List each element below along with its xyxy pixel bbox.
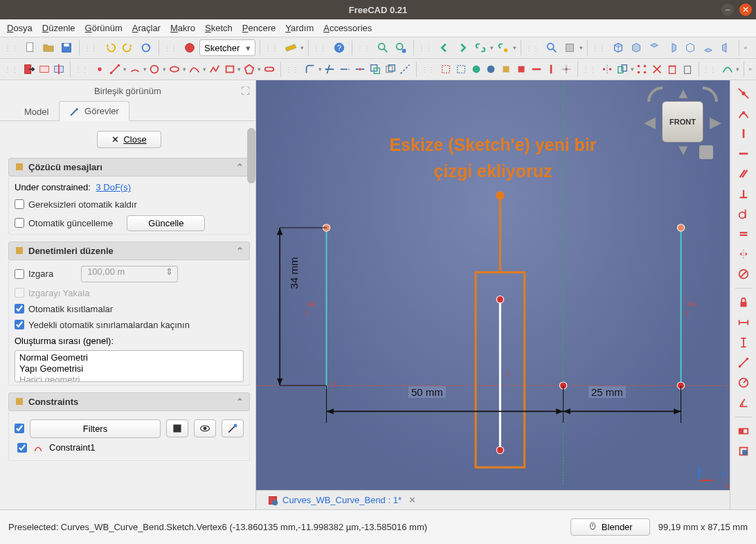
solver-section-header[interactable]: Çözücü mesajları ⌃ [8, 158, 250, 176]
clone-icon[interactable] [615, 61, 629, 78]
delete-constraints-icon[interactable] [665, 61, 679, 78]
filters-settings-icon[interactable] [166, 419, 188, 437]
parallel-constraint-icon[interactable] [735, 165, 753, 183]
left-view-icon[interactable] [718, 39, 735, 56]
remove-align-icon[interactable] [650, 61, 664, 78]
menu-file[interactable]: Dosya [7, 23, 33, 33]
link-select-icon[interactable] [495, 39, 512, 56]
arc-icon[interactable] [128, 61, 142, 78]
auto-remove-checkbox[interactable]: Gereksizleri otomatik kaldır [15, 199, 244, 210]
auto-constraint-icon[interactable] [222, 419, 244, 437]
edit-controls-section-header[interactable]: Denetimleri düzenle ⌃ [8, 242, 250, 260]
menu-macro[interactable]: Makro [170, 23, 195, 33]
redo-icon[interactable] [120, 39, 136, 56]
polyline-icon[interactable] [208, 61, 222, 78]
top-view-icon[interactable] [646, 39, 663, 56]
auto-update-checkbox[interactable]: Otomatik güncelleme [15, 218, 113, 228]
visibility-icon[interactable] [194, 419, 216, 437]
external-icon[interactable] [368, 61, 382, 78]
close-button[interactable]: ✕ Close [97, 131, 161, 148]
trim-icon[interactable] [323, 61, 337, 78]
expand-icon[interactable]: ⛶ [241, 86, 250, 96]
view-sketch-icon[interactable] [37, 61, 51, 78]
construction-icon[interactable] [399, 61, 413, 78]
equal-constraint-icon[interactable] [735, 225, 753, 243]
avoid-redundant-checkbox[interactable]: Yedekli otomatik sınırlamalardan kaçının [15, 320, 244, 330]
close-tab-icon[interactable]: ✕ [408, 495, 416, 505]
zoom-all-icon[interactable] [543, 39, 560, 56]
render-order-list[interactable]: Normal Geometri Yapı Geometrisi Harici g… [15, 350, 244, 382]
menu-help[interactable]: Yardım [285, 23, 314, 33]
auto-constraints-checkbox[interactable]: Otomatik kısıtlamalar [15, 304, 244, 314]
coincident-constraint-icon[interactable] [735, 84, 753, 102]
tab-model[interactable]: Model [14, 102, 59, 121]
filters-button[interactable]: Filters [30, 419, 161, 438]
tangent-constraint-icon[interactable] [735, 205, 753, 223]
menu-view[interactable]: Görünüm [85, 23, 123, 33]
grid-checkbox[interactable]: Izgara [15, 269, 53, 279]
view-section-icon[interactable] [53, 61, 66, 78]
select-elements-icon[interactable] [484, 61, 498, 78]
nav-back-icon[interactable] [436, 39, 453, 56]
iso-view-icon[interactable] [610, 39, 627, 56]
split-icon[interactable] [353, 61, 367, 78]
line-icon[interactable] [108, 61, 122, 78]
angle-constraint-icon[interactable] [735, 394, 753, 412]
horiz-distance-icon[interactable] [735, 314, 753, 332]
menu-accessories[interactable]: Accessories [323, 23, 372, 33]
perpendicular-constraint-icon[interactable] [735, 185, 753, 203]
bspline-degree-icon[interactable] [721, 61, 735, 78]
grid-size-input[interactable]: 100,00 m [81, 266, 178, 282]
rear-view-icon[interactable] [682, 39, 699, 56]
save-icon[interactable] [58, 39, 75, 56]
ellipse-icon[interactable] [168, 61, 181, 78]
radius-constraint-icon[interactable] [735, 374, 753, 392]
show-constraints-icon[interactable] [469, 61, 483, 78]
tab-tasks[interactable]: Görevler [59, 101, 129, 121]
array-icon[interactable] [636, 61, 649, 78]
link-icon[interactable] [472, 39, 489, 56]
vertical-constraint-icon[interactable] [735, 125, 753, 143]
select-vert-icon[interactable] [545, 61, 559, 78]
cube-front-face[interactable]: FRONT [662, 101, 703, 143]
select-dof-icon[interactable] [439, 61, 453, 78]
menu-edit[interactable]: Düzenle [42, 23, 75, 33]
right-view-icon[interactable] [664, 39, 681, 56]
nav-style-button[interactable]: Blender [570, 518, 650, 536]
fit-all-icon[interactable] [375, 39, 391, 56]
select-horiz-icon[interactable] [530, 61, 543, 78]
undo-icon[interactable] [102, 39, 118, 56]
delete-geometry-icon[interactable] [681, 61, 694, 78]
block-constraint-icon[interactable] [735, 265, 753, 283]
refresh-icon[interactable] [138, 39, 154, 56]
select-constraints-icon[interactable] [454, 61, 468, 78]
filters-checkbox[interactable] [15, 424, 24, 433]
update-button[interactable]: Güncelle [127, 215, 205, 231]
symmetric-constraint-icon[interactable] [735, 245, 753, 263]
select-redundant-icon[interactable] [499, 61, 513, 78]
rect-icon[interactable] [223, 61, 237, 78]
select-origin-icon[interactable] [559, 61, 573, 78]
point-icon[interactable] [93, 61, 107, 78]
mini-cube-icon[interactable] [699, 145, 713, 159]
extend-icon[interactable] [338, 61, 352, 78]
open-file-icon[interactable] [40, 39, 57, 56]
vert-distance-icon[interactable] [735, 334, 753, 352]
menu-window[interactable]: Pencere [242, 23, 276, 33]
leave-sketch-icon[interactable] [22, 61, 36, 78]
minimize-button[interactable]: – [721, 3, 734, 16]
fit-selection-icon[interactable] [393, 39, 409, 56]
dof-link[interactable]: 3 DoF(s) [96, 182, 131, 192]
symmetry-icon[interactable] [600, 61, 614, 78]
carbon-copy-icon[interactable] [384, 61, 397, 78]
sketch-canvas[interactable]: =a | r =a | | 34 mm 50 mm 25 mm Eskize (… [256, 80, 730, 490]
toggle-driving-icon[interactable] [735, 422, 753, 440]
circle-icon[interactable] [148, 61, 162, 78]
activate-constraint-icon[interactable] [735, 442, 753, 460]
point-on-object-constraint-icon[interactable] [735, 105, 753, 123]
constraint-item[interactable]: Constraint1 [15, 438, 244, 457]
horizontal-constraint-icon[interactable] [735, 145, 753, 163]
slot-icon[interactable] [262, 61, 276, 78]
scrollbar-thumb[interactable] [247, 128, 255, 183]
fillet-icon[interactable] [303, 61, 317, 78]
